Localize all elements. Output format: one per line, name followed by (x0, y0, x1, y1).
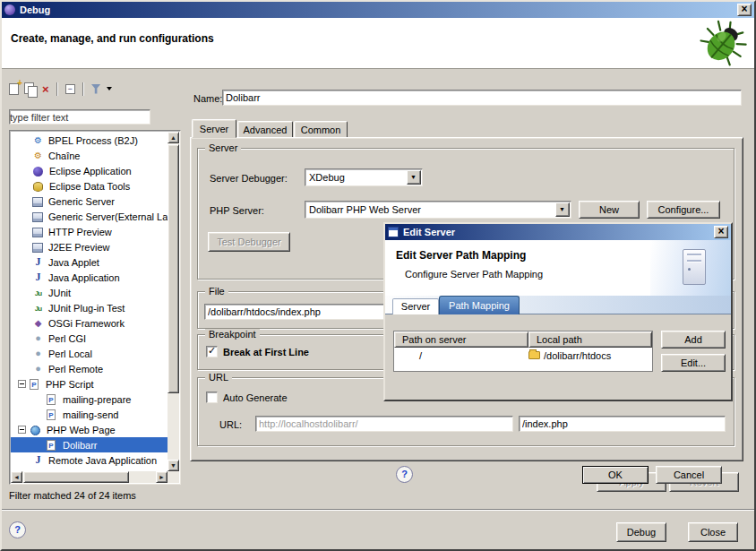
tree-item[interactable]: HTTP Preview (11, 224, 168, 239)
tree-item-selected[interactable]: Dolibarr (11, 437, 168, 452)
tree-item[interactable]: Chaîne (11, 148, 168, 163)
tree-item[interactable]: Eclipse Data Tools (11, 178, 168, 194)
java-icon (32, 256, 44, 268)
configure-button[interactable]: Configure... (647, 201, 720, 219)
cancel-button[interactable]: Cancel (656, 466, 722, 484)
tree-item[interactable]: BPEL Process (B2J) (11, 133, 168, 148)
dialog-tabbar: Server Path Mapping (385, 296, 731, 314)
debug-button[interactable]: Debug (616, 522, 666, 542)
window-titlebar: Debug (2, 2, 754, 18)
vertical-scrollbar[interactable]: ▲ ▼ (168, 132, 179, 471)
bug-icon (699, 20, 747, 68)
dialog-titlebar: Edit Server (385, 224, 731, 240)
tree-item[interactable]: OSGi Framework (11, 315, 168, 331)
new-server-button[interactable]: New (579, 201, 640, 219)
delete-config-icon[interactable]: × (42, 83, 49, 95)
base-url-input[interactable] (255, 416, 513, 432)
launch-config-toolbar: × − (9, 80, 112, 98)
close-icon[interactable] (714, 226, 728, 238)
column-header-local-path[interactable]: Local path (528, 331, 652, 348)
scroll-up-icon[interactable]: ▲ (168, 132, 179, 143)
auto-generate-label: Auto Generate (223, 392, 288, 403)
tree-item[interactable]: J2EE Preview (11, 239, 168, 254)
eclipse-app-icon (4, 4, 15, 15)
add-mapping-button[interactable]: Add (661, 331, 726, 349)
dialog-help-button[interactable]: ? (396, 466, 413, 483)
ok-button[interactable]: OK (582, 466, 649, 484)
file-group-title: File (205, 286, 228, 297)
tree-item[interactable]: Java Application (11, 270, 168, 285)
name-input[interactable] (222, 90, 742, 106)
globe-icon (30, 426, 40, 435)
tree-item[interactable]: PHP Web Page (11, 422, 168, 437)
scrollbar-thumb[interactable] (168, 144, 179, 393)
horizontal-scrollbar[interactable]: ◄ ► (11, 471, 168, 483)
footer-separator (2, 509, 754, 511)
window-title: Debug (20, 4, 737, 15)
tree-item[interactable]: Perl CGI (11, 331, 168, 346)
tree-item[interactable]: JUnit (11, 285, 168, 300)
tree-item[interactable]: Generic Server(External La (11, 209, 168, 224)
filter-icon[interactable] (91, 84, 101, 94)
chevron-down-icon[interactable] (107, 87, 112, 90)
tree-item[interactable]: PHP Script (11, 376, 168, 392)
perl-icon (32, 363, 44, 375)
dialog-tab-path-mapping[interactable]: Path Mapping (439, 296, 520, 314)
database-icon (33, 182, 43, 192)
auto-generate-checkbox[interactable] (206, 392, 218, 403)
tree-item[interactable]: Remote Java Application (11, 452, 168, 468)
scroll-right-icon[interactable]: ► (156, 471, 168, 483)
tree-item[interactable]: Eclipse Application (11, 163, 168, 178)
tab-server[interactable]: Server (192, 119, 236, 138)
url-path-input[interactable] (519, 416, 726, 432)
breakpoint-group-title: Breakpoint (205, 329, 260, 340)
test-debugger-button[interactable]: Test Debugger (208, 232, 290, 252)
path-mapping-table: Path on server Local path / /dolibarr/ht… (393, 331, 653, 372)
tree-item[interactable]: Java Applet (11, 254, 168, 270)
edit-server-dialog: Edit Server Edit Server Path Mapping Con… (383, 222, 733, 401)
server-debugger-select[interactable]: XDebug (305, 168, 423, 186)
folder-icon (528, 351, 540, 359)
config-tree: BPEL Process (B2J) Chaîne Eclipse Applic… (9, 130, 181, 485)
break-first-line-checkbox[interactable] (206, 346, 218, 357)
filter-input[interactable] (9, 109, 150, 125)
scrollbar-thumb[interactable] (23, 471, 129, 483)
chevron-down-icon[interactable] (407, 170, 421, 185)
dialog-banner: Edit Server Path Mapping Configure Serve… (385, 240, 731, 296)
column-header-path-on-server[interactable]: Path on server (394, 331, 528, 348)
tree-item[interactable]: mailing-prepare (11, 392, 168, 407)
page-title: Create, manage, and run configurations (11, 32, 214, 45)
tree-item[interactable]: Perl Remote (11, 361, 168, 376)
php-server-label: PHP Server: (210, 205, 264, 216)
dialog-tab-server[interactable]: Server (392, 298, 439, 314)
collapse-expander-icon[interactable] (18, 426, 26, 434)
tree-item[interactable]: mailing-send (11, 407, 168, 422)
scroll-down-icon[interactable]: ▼ (168, 460, 179, 471)
php-server-select[interactable]: Dolibarr PHP Web Server (305, 201, 571, 219)
duplicate-config-icon[interactable] (24, 82, 37, 96)
tree-item[interactable]: Perl Local (11, 346, 168, 361)
scroll-left-icon[interactable]: ◄ (11, 471, 22, 483)
edit-mapping-button[interactable]: Edit... (661, 354, 726, 372)
new-launch-config-icon[interactable] (9, 83, 19, 95)
php-page-icon (47, 394, 56, 405)
bpel-icon (32, 134, 44, 146)
help-button[interactable]: ? (9, 521, 26, 538)
chevron-down-icon[interactable] (555, 202, 570, 217)
collapse-all-icon[interactable]: − (65, 84, 75, 94)
tab-common[interactable]: Common (294, 121, 348, 138)
url-group-title: URL (205, 372, 232, 383)
server-icon (32, 212, 43, 222)
eclipse-icon (33, 167, 43, 176)
tab-advanced[interactable]: Advanced (237, 121, 293, 138)
tree-item[interactable]: JUnit Plug-in Test (11, 300, 168, 315)
close-icon[interactable] (737, 4, 752, 16)
close-button[interactable]: Close (688, 522, 738, 542)
toolbar-separator (56, 82, 58, 96)
dialog-title: Edit Server (403, 227, 714, 237)
dialog-heading: Edit Server Path Mapping (396, 249, 526, 262)
server-group-title: Server (205, 142, 241, 153)
collapse-expander-icon[interactable] (18, 380, 26, 388)
table-row[interactable]: / /dolibarr/htdocs (394, 348, 652, 363)
tree-item[interactable]: Generic Server (11, 194, 168, 209)
